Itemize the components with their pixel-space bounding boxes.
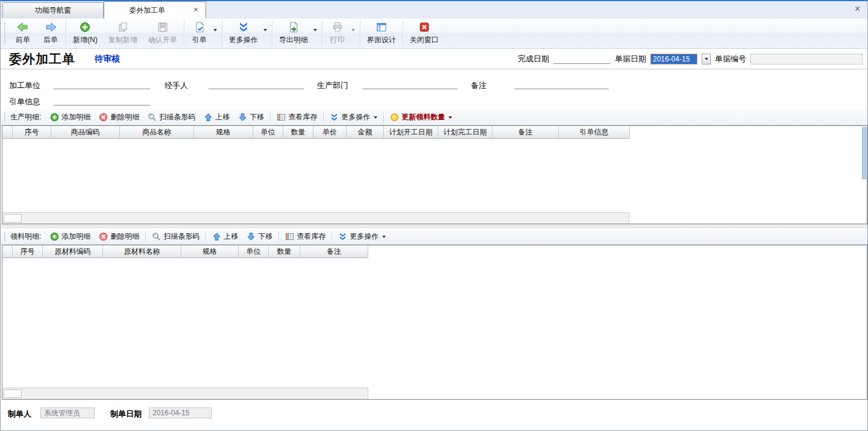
toolbar-separator xyxy=(323,112,324,123)
material-move-down-button[interactable]: 下移 xyxy=(242,230,277,243)
dropdown-arrow-icon xyxy=(313,29,317,31)
processing-unit-input[interactable] xyxy=(54,79,150,89)
add-new-button[interactable]: 新增(N) xyxy=(68,19,103,48)
more-actions-button[interactable]: 更多操作 xyxy=(224,19,263,48)
hscrollbar-thumb[interactable] xyxy=(4,214,22,222)
next-bill-button[interactable]: 后单 xyxy=(37,19,64,48)
column-header-unit[interactable]: 单位 xyxy=(253,126,283,139)
double-chevron-down-icon xyxy=(237,21,250,33)
production-more-actions-button[interactable]: 更多操作 xyxy=(326,111,382,124)
copy-new-button[interactable]: 复制新增 xyxy=(103,19,143,48)
column-header-plan-finish[interactable]: 计划完工日期 xyxy=(438,126,492,139)
column-header-material-code[interactable]: 原材料编码 xyxy=(43,245,103,258)
pull-bill-button[interactable]: 引单 xyxy=(186,19,213,48)
production-scan-barcode-button[interactable]: 扫描条形码 xyxy=(143,111,200,124)
toolbar-separator xyxy=(322,21,322,46)
toolbar-separator xyxy=(145,231,146,242)
bill-date-input[interactable]: 2016-04-15 xyxy=(650,54,697,64)
production-grid-header: 序号 商品编码 商品名称 规格 单位 数量 单价 金额 计划开工日期 计划完工日… xyxy=(2,126,867,139)
toolbar-grip[interactable] xyxy=(4,231,7,242)
toolbar-grip[interactable] xyxy=(4,112,7,122)
material-move-up-button[interactable]: 上移 xyxy=(208,230,242,243)
toolbar-separator xyxy=(360,21,360,46)
production-move-down-button[interactable]: 下移 xyxy=(234,111,268,124)
column-header-amount[interactable]: 金额 xyxy=(347,126,384,139)
column-header-spec[interactable]: 规格 xyxy=(181,245,239,258)
dropdown-arrow-icon xyxy=(351,29,355,31)
update-material-qty-button[interactable]: 更新领料数量 xyxy=(386,111,456,124)
material-add-row-button[interactable]: 添加明细 xyxy=(46,230,95,243)
production-grid-body xyxy=(2,139,867,212)
prev-bill-button[interactable]: 前单 xyxy=(9,19,37,48)
production-view-stock-button[interactable]: 查看库存 xyxy=(272,111,321,124)
column-header-material-name[interactable]: 原材料名称 xyxy=(103,245,181,258)
ref-info-input[interactable] xyxy=(54,95,150,105)
column-header-seq[interactable]: 序号 xyxy=(13,245,43,258)
window-close-icon[interactable]: × xyxy=(855,4,860,14)
production-delete-row-button[interactable]: 删除明细 xyxy=(95,111,143,124)
column-header-price[interactable]: 单价 xyxy=(313,126,347,139)
tab-function-nav[interactable]: 功能导航窗 xyxy=(2,2,104,18)
remark-input[interactable] xyxy=(514,79,609,89)
export-detail-button[interactable]: 导出明细 xyxy=(274,19,313,48)
column-header-product-code[interactable]: 商品编码 xyxy=(51,126,120,139)
pull-bill-dropdown[interactable] xyxy=(213,19,221,48)
bill-date-dropdown[interactable] xyxy=(702,54,711,64)
close-window-button[interactable]: 关闭窗口 xyxy=(404,19,444,48)
toolbar-separator xyxy=(272,21,272,46)
ui-design-button[interactable]: 界面设计 xyxy=(362,19,401,48)
arrow-up-icon xyxy=(204,113,213,122)
print-dropdown[interactable] xyxy=(351,19,359,48)
more-actions-dropdown[interactable] xyxy=(263,19,271,48)
material-grid-hscrollbar[interactable] xyxy=(2,388,368,399)
print-button[interactable]: 打印 xyxy=(324,19,351,48)
material-scan-barcode-button[interactable]: 扫描条形码 xyxy=(148,230,204,243)
column-header-ref-info[interactable]: 引单信息 xyxy=(559,126,630,139)
handler-input[interactable] xyxy=(209,79,304,89)
column-header-qty[interactable]: 数量 xyxy=(269,245,300,258)
column-header-remark[interactable]: 备注 xyxy=(300,245,368,258)
header-fields: 完成日期 单据日期 2016-04-15 单据编号 xyxy=(518,54,863,64)
toolbar-grip[interactable] xyxy=(4,22,7,45)
add-circle-icon xyxy=(78,21,92,33)
document-header: 委外加工单 待审核 完成日期 单据日期 2016-04-15 单据编号 xyxy=(1,49,867,69)
material-grid-body xyxy=(2,258,867,388)
column-header-spec[interactable]: 规格 xyxy=(194,126,253,139)
column-header-seq[interactable]: 序号 xyxy=(13,126,51,139)
finish-date-input[interactable] xyxy=(553,54,611,64)
arrow-left-icon xyxy=(16,21,30,33)
toolbar-separator xyxy=(383,112,384,123)
production-grid-hscrollbar[interactable] xyxy=(2,212,629,224)
confirm-bill-button[interactable]: 确认开单 xyxy=(143,19,183,48)
printer-icon xyxy=(331,21,344,33)
bill-no-input[interactable] xyxy=(750,54,863,64)
processing-unit-label: 加工单位 xyxy=(9,80,40,91)
copy-icon xyxy=(116,21,130,33)
material-delete-row-button[interactable]: 删除明细 xyxy=(95,230,143,243)
column-header-qty[interactable]: 数量 xyxy=(283,126,313,139)
export-detail-dropdown[interactable] xyxy=(313,19,321,48)
production-grid-vscrollbar[interactable] xyxy=(862,127,866,179)
bill-no-label: 单据编号 xyxy=(715,54,746,64)
column-header-unit[interactable]: 单位 xyxy=(239,245,269,258)
barcode-scan-icon xyxy=(152,232,161,241)
hscrollbar-thumb[interactable] xyxy=(4,389,22,398)
production-add-row-button[interactable]: 添加明细 xyxy=(46,111,95,124)
production-move-up-button[interactable]: 上移 xyxy=(200,111,234,124)
add-circle-icon xyxy=(50,232,59,241)
tab-close-icon[interactable]: × xyxy=(193,5,198,14)
production-dept-input[interactable] xyxy=(362,79,458,89)
page-title: 委外加工单 xyxy=(9,51,75,68)
order-form: 加工单位 经手人 生产部门 备注 引单信息 xyxy=(1,69,867,109)
material-more-actions-button[interactable]: 更多操作 xyxy=(334,230,390,243)
status-badge: 待审核 xyxy=(95,54,120,64)
creator-value: 系统管理员 xyxy=(40,407,95,418)
material-view-stock-button[interactable]: 查看库存 xyxy=(281,230,330,243)
column-header-remark[interactable]: 备注 xyxy=(492,126,559,139)
column-header-plan-start[interactable]: 计划开工日期 xyxy=(384,126,438,139)
toolbar-separator xyxy=(403,21,403,46)
column-header-product-name[interactable]: 商品名称 xyxy=(120,126,194,139)
delete-circle-icon xyxy=(99,232,108,241)
tab-outsourcing-order[interactable]: 委外加工单 × xyxy=(104,1,206,19)
production-grid: 序号 商品编码 商品名称 规格 单位 数量 单价 金额 计划开工日期 计划完工日… xyxy=(2,125,867,224)
